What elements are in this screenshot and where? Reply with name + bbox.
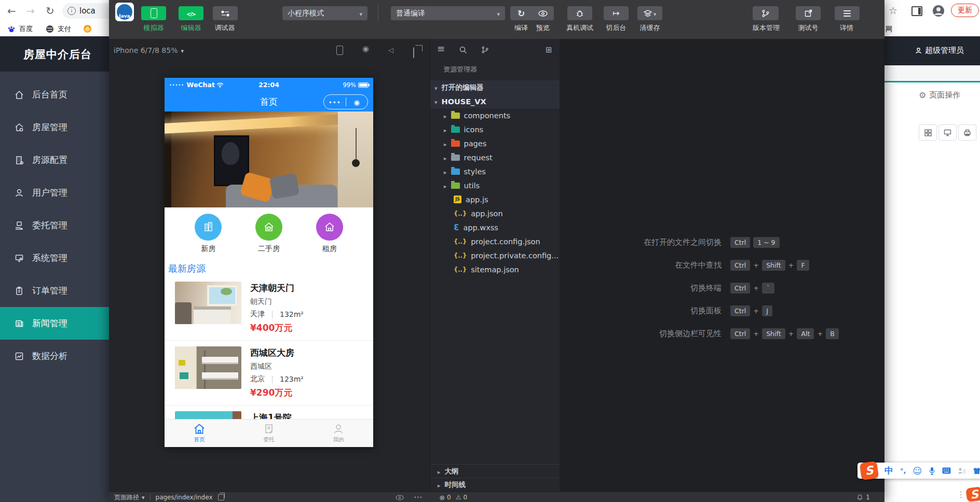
details-button[interactable] (835, 6, 860, 20)
multi-window-icon[interactable] (413, 47, 414, 58)
bookmark-pay[interactable]: 支付 (46, 24, 71, 34)
problems-indicator[interactable]: 0 0 (439, 494, 467, 501)
device-frame-icon[interactable] (336, 46, 343, 55)
sidebar-item-house-manage[interactable]: 房屋管理 (0, 111, 109, 144)
skin-person-icon[interactable] (958, 467, 966, 475)
reload-icon[interactable]: ↻ (46, 5, 55, 17)
ime-lang-toggle[interactable]: 中 (884, 465, 893, 477)
page-path-selector[interactable]: 页面路径 (114, 493, 145, 502)
sogou-logo-icon[interactable] (860, 461, 879, 480)
clear-cache-button[interactable] (637, 6, 662, 20)
mode-dropdown[interactable]: 小程序模式 (282, 6, 367, 20)
tree-folder[interactable]: icons (430, 122, 560, 136)
to-background-button[interactable] (604, 6, 629, 20)
tree-file[interactable]: project.config.json (430, 234, 560, 248)
tab-home[interactable]: 首页 (165, 420, 234, 447)
print-button[interactable] (958, 124, 976, 141)
bookmark-star-icon[interactable] (889, 5, 897, 16)
sidebar-item-news-manage[interactable]: 新闻管理 (0, 307, 109, 340)
category-new-house[interactable]: 新房 (195, 214, 222, 254)
visibility-icon[interactable] (396, 495, 404, 500)
outline-section[interactable]: 大纲 (430, 464, 560, 478)
category-rent[interactable]: 租房 (316, 214, 343, 254)
tree-folder[interactable]: pages (430, 136, 560, 150)
plus-sign: + (753, 330, 759, 338)
sidebar-item-system-manage[interactable]: 系统管理 (0, 242, 109, 274)
preview-button[interactable] (532, 6, 554, 20)
banner-image[interactable] (165, 111, 373, 207)
git-branch-icon[interactable] (481, 46, 489, 54)
debugger-button[interactable] (213, 6, 238, 20)
page-operations[interactable]: 页面操作 (919, 90, 960, 100)
sidebar-item-order-manage[interactable]: 订单管理 (0, 274, 109, 307)
project-root[interactable]: HOUSE_VX (430, 94, 560, 108)
page-path-value[interactable]: pages/index/index (156, 494, 213, 501)
sidebar-item-label: 房源配置 (32, 154, 67, 166)
wechat-capsule[interactable] (323, 94, 368, 109)
tree-folder[interactable]: utils (430, 178, 560, 192)
delegate-tab-icon (263, 423, 275, 435)
add-panel-icon[interactable] (546, 45, 552, 54)
version-button[interactable] (753, 6, 779, 20)
editor-button[interactable] (179, 6, 203, 20)
sidebar-item-listing-config[interactable]: 房源配置 (0, 144, 109, 176)
sidebar-item-user-manage[interactable]: 用户管理 (0, 176, 109, 209)
mic-icon[interactable] (929, 467, 935, 475)
tab-delegate[interactable]: 委托 (234, 420, 304, 447)
sound-icon[interactable] (388, 45, 393, 54)
profile-avatar-icon[interactable] (932, 5, 945, 17)
sidebar-item-dashboard[interactable]: 后台首页 (0, 78, 109, 111)
timeline-section[interactable]: 时间线 (430, 478, 560, 491)
sogou-corner-icon[interactable] (965, 486, 980, 502)
emoji-icon[interactable] (913, 466, 922, 476)
sidebar-item-data-analysis[interactable]: 数据分析 (0, 340, 109, 372)
user-icon (14, 188, 24, 198)
more-options-icon[interactable] (414, 494, 423, 501)
screen-button[interactable] (938, 124, 957, 141)
keyboard-icon[interactable] (942, 467, 951, 474)
record-icon[interactable] (362, 44, 369, 53)
tree-file[interactable]: app.json (430, 206, 560, 220)
copy-icon[interactable] (218, 494, 224, 500)
folder-icon (451, 127, 460, 133)
admin-user-name[interactable]: 超级管理员 (925, 46, 964, 55)
listing-card[interactable]: 西城区大房 西城区 北京 123m² ¥290万元 (165, 341, 373, 406)
file-list-icon[interactable] (437, 43, 445, 54)
tree-folder[interactable]: request (430, 150, 560, 164)
bookmark-partial[interactable]: 网 (886, 24, 892, 34)
tree-file[interactable]: app.js (430, 192, 560, 206)
update-button[interactable]: 更新 (951, 4, 979, 17)
browser-panel-icon[interactable] (911, 6, 922, 16)
tree-file[interactable]: sitemap.json (430, 262, 560, 276)
layout-grid-button[interactable] (919, 124, 937, 141)
listing-card[interactable]: 天津朝天门 朝天门 天津 132m² ¥400万元 (165, 276, 373, 341)
tab-mine[interactable]: 我的 (304, 420, 373, 447)
category-second-hand[interactable]: 二手房 (255, 214, 282, 254)
forward-icon[interactable]: → (26, 5, 35, 17)
bookmark-lion[interactable] (83, 24, 92, 35)
close-circle-icon[interactable] (346, 97, 368, 107)
compile-mode-dropdown[interactable]: 普通编译 (391, 6, 505, 20)
more-dots-icon[interactable] (324, 97, 346, 107)
notifications-indicator[interactable]: 1 (856, 494, 870, 501)
sidebar-item-delegate-manage[interactable]: 委托管理 (0, 209, 109, 242)
corner-more-icon[interactable] (957, 490, 965, 499)
remote-debug-button[interactable] (567, 6, 592, 20)
listing-price: ¥290万元 (250, 387, 304, 399)
search-icon[interactable] (459, 46, 467, 54)
keycap: F (797, 260, 809, 271)
open-editors-section[interactable]: 打开的编辑器 (430, 80, 560, 94)
site-info-icon[interactable] (67, 7, 76, 15)
back-icon[interactable]: ← (7, 5, 16, 17)
device-selector[interactable]: iPhone 6/7/8 85% (114, 46, 184, 54)
tree-folder[interactable]: components (430, 108, 560, 122)
simulator-button[interactable] (141, 6, 166, 20)
tshirt-skin-icon[interactable] (973, 467, 980, 475)
compile-button[interactable] (510, 6, 533, 20)
test-account-button[interactable] (796, 6, 821, 20)
tree-folder[interactable]: styles (430, 164, 560, 178)
tree-file[interactable]: project.private.config... (430, 248, 560, 262)
tree-file[interactable]: app.wxss (430, 220, 560, 234)
ime-punct-toggle[interactable]: °, (900, 467, 906, 475)
bookmark-baidu[interactable]: 百度 (7, 24, 33, 34)
